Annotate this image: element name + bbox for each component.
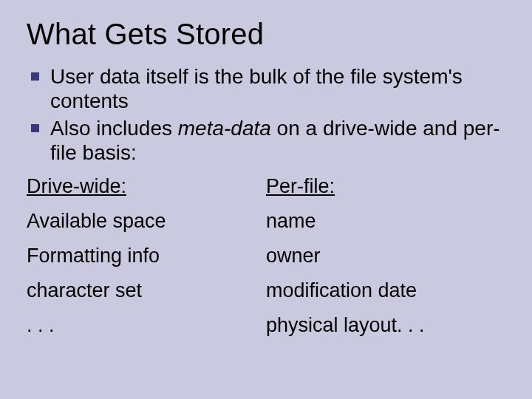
table-cell: name — [266, 204, 505, 239]
bullet-item: User data itself is the bulk of the file… — [27, 64, 505, 113]
metadata-table: Drive-wide: Per-file: Available space na… — [27, 169, 505, 343]
table-cell: owner — [266, 239, 505, 273]
bullet-item: Also includes meta-data on a drive-wide … — [27, 116, 505, 165]
table-cell: Formatting info — [27, 239, 266, 273]
bullet-text: User data itself is the bulk of the file… — [50, 65, 463, 112]
column-header-left: Drive-wide: — [27, 169, 266, 204]
bullet-list: User data itself is the bulk of the file… — [27, 64, 505, 165]
table-cell: character set — [27, 273, 266, 308]
slide: What Gets Stored User data itself is the… — [0, 0, 532, 399]
column-header-right: Per-file: — [266, 169, 505, 204]
slide-title: What Gets Stored — [27, 18, 505, 51]
bullet-square-icon — [31, 124, 39, 132]
table-cell: Available space — [27, 204, 266, 239]
table-cell: modification date — [266, 273, 505, 308]
bullet-square-icon — [31, 72, 39, 81]
bullet-text-em: meta-data — [178, 117, 271, 140]
bullet-text-pre: Also includes — [50, 117, 178, 140]
table-cell: . . . — [27, 308, 266, 343]
table-cell: physical layout. . . — [266, 308, 505, 343]
